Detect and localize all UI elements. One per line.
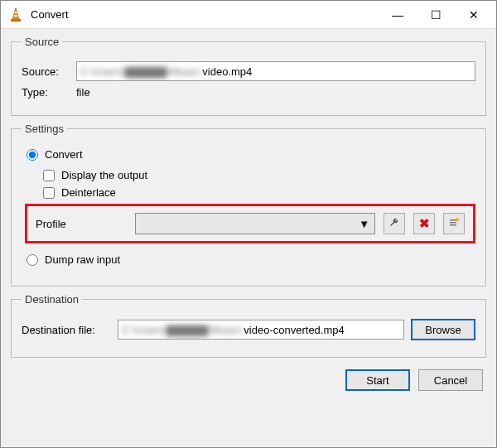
profile-row: Profile ▼ ✖ [25, 204, 475, 243]
dropdown-arrow-icon: ▼ [359, 218, 369, 230]
svg-rect-3 [11, 19, 21, 22]
source-group: Source Source: C:\Users\▇▇▇▇▇\Music\ vid… [11, 36, 486, 116]
new-profile-button[interactable] [443, 213, 465, 234]
svg-rect-4 [450, 219, 456, 221]
destination-label: Destination file: [22, 324, 111, 336]
cancel-button[interactable]: Cancel [418, 369, 483, 391]
type-value: file [76, 86, 90, 99]
settings-group: Settings Convert Display the output Dein… [11, 123, 486, 287]
edit-profile-button[interactable] [384, 213, 405, 234]
display-output-checkbox[interactable] [43, 170, 55, 181]
source-path-field[interactable]: C:\Users\▇▇▇▇▇\Music\ video.mp4 [76, 61, 475, 81]
svg-rect-6 [450, 224, 456, 226]
dump-radio[interactable] [27, 254, 38, 266]
start-button[interactable]: Start [345, 369, 410, 391]
dump-radio-label: Dump raw input [45, 253, 120, 266]
destination-path-field[interactable]: C:\Users\▇▇▇▇▇\Music\ video-converted.mp… [118, 320, 404, 340]
browse-button[interactable]: Browse [411, 319, 475, 340]
title-bar: Convert — ☐ ✕ [1, 1, 496, 29]
deinterlace-row[interactable]: Deinterlace [43, 186, 475, 199]
display-output-row[interactable]: Display the output [43, 169, 475, 181]
destination-group: Destination Destination file: C:\Users\▇… [11, 293, 486, 358]
vlc-cone-icon [7, 7, 24, 23]
destination-path-visible: video-converted.mp4 [244, 324, 344, 336]
svg-rect-2 [14, 15, 17, 17]
svg-rect-1 [15, 12, 17, 13]
dialog-footer: Start Cancel [11, 364, 486, 391]
source-label: Source: [22, 65, 70, 78]
source-path-visible: video.mp4 [202, 65, 252, 78]
wrench-icon [388, 217, 400, 231]
convert-radio[interactable] [27, 149, 38, 161]
window-controls: — ☐ ✕ [379, 2, 493, 28]
dump-radio-row[interactable]: Dump raw input [27, 253, 475, 266]
destination-legend: Destination [22, 293, 82, 306]
source-legend: Source [22, 36, 62, 48]
svg-marker-0 [12, 8, 19, 20]
delete-profile-button[interactable]: ✖ [413, 213, 435, 234]
dialog-content: Source Source: C:\Users\▇▇▇▇▇\Music\ vid… [1, 29, 496, 447]
profile-dropdown[interactable]: ▼ [135, 213, 375, 234]
minimize-button[interactable]: — [379, 2, 417, 28]
destination-path-hidden: C:\Users\▇▇▇▇▇\Music\ [122, 324, 242, 336]
deinterlace-label: Deinterlace [61, 186, 116, 199]
source-path-hidden: C:\Users\▇▇▇▇▇\Music\ [80, 65, 200, 78]
list-new-icon [448, 217, 460, 231]
profile-label: Profile [36, 218, 127, 230]
maximize-button[interactable]: ☐ [417, 2, 455, 28]
convert-radio-row[interactable]: Convert [27, 148, 475, 161]
display-output-label: Display the output [61, 169, 147, 181]
settings-legend: Settings [22, 123, 67, 135]
svg-point-7 [456, 218, 459, 221]
close-button[interactable]: ✕ [455, 2, 493, 28]
window-title: Convert [31, 8, 379, 21]
svg-rect-5 [450, 222, 456, 224]
x-delete-icon: ✖ [419, 216, 430, 231]
deinterlace-checkbox[interactable] [43, 187, 55, 199]
type-label: Type: [22, 86, 70, 99]
convert-radio-label: Convert [45, 148, 83, 161]
